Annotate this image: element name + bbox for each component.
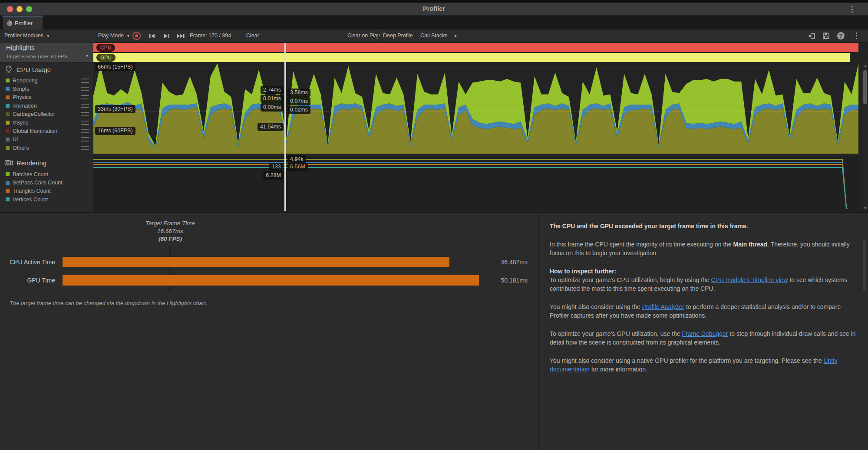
profiler-modules-dropdown[interactable]: Profiler Modules▼ [4,30,50,42]
drag-handle-icon[interactable] [81,87,89,91]
advice-paragraph-2: How to inspect further:To optimize your … [550,267,861,293]
drag-handle-icon[interactable] [81,104,89,108]
chevron-down-icon: ▼ [46,34,50,38]
details-scrollbar-thumb[interactable] [863,239,866,291]
body-text: You might also consider using the [550,303,642,310]
modules-sidebar: Highlights Target Frame Time: 60 FPS ▼ C… [0,43,93,212]
rendering-icon [4,159,13,167]
scrollbar-thumb[interactable] [863,70,867,104]
load-profile-button[interactable] [805,31,818,41]
cpu-usage-legend: RenderingScriptsPhysicsAnimationGarbageC… [0,76,93,152]
call-stacks-dropdown[interactable]: Call Stacks▼ [420,30,457,42]
drag-handle-icon[interactable] [81,79,89,83]
link-profile-analyzer[interactable]: Profile Analyzer [642,303,684,310]
cpu-legend-item-scripts[interactable]: Scripts [0,85,93,93]
bold-text: Main thread [733,241,768,248]
cpu-usage-chart[interactable] [93,62,858,155]
legend-label: Global Illumination [13,128,81,134]
setpass-calls-value: 133 [269,163,284,171]
gridline-label-16ms: 16ms (60FPS) [95,127,135,135]
frame-total-time: 41.54ms [257,123,284,131]
skip-forward-icon [176,33,185,39]
last-frame-button[interactable] [175,31,187,41]
tab-label: Profiler [15,20,33,26]
window-kebab-menu-icon[interactable] [850,5,854,14]
cpu-highlight-bar[interactable]: CPU [93,43,858,52]
cpu-legend-item-garbagecollector[interactable]: GarbageCollector [0,110,93,118]
frame-value-rendering-left: 2.74ms [261,86,284,94]
rendering-legend-item-vertices-count[interactable]: Vertices Count [0,195,93,204]
tab-strip: Profiler [0,16,868,30]
selected-frame-playhead[interactable] [284,43,286,211]
window-title: Profiler [0,3,868,15]
scroll-up-icon[interactable]: ▲ [862,64,868,68]
drag-handle-icon[interactable] [81,95,89,99]
profiler-window: Profiler Profiler Profiler Modules▼ Play… [0,0,868,450]
deep-profile-toggle[interactable]: Deep Profile [383,30,413,42]
cpu-legend-item-vsync[interactable]: VSync [0,118,93,127]
drag-handle-icon[interactable] [81,121,89,125]
cpu-legend-item-animation[interactable]: Animation [0,102,93,110]
frame-value-others-left: 0.00ms [261,103,284,112]
save-icon [823,33,829,39]
legend-color-swatch [6,138,10,141]
body-text: In this frame the CPU spent the majority… [550,241,733,248]
gridline-16ms [93,133,858,133]
rendering-counts-chart[interactable] [93,156,858,211]
save-profile-button[interactable] [820,31,832,41]
next-frame-button[interactable] [161,31,173,41]
legend-color-swatch [6,146,10,150]
link-frame-debugger[interactable]: Frame Debugger [682,330,728,337]
legend-color-swatch [6,104,10,108]
clear-button[interactable]: Clear [246,30,259,42]
clear-on-play-toggle[interactable]: Clear on Play [347,30,380,42]
help-icon: ? [837,32,845,39]
sidebar-item-cpu-usage[interactable]: CPU CPU Usage [4,65,51,74]
cpu-legend-item-rendering[interactable]: Rendering [0,76,93,85]
cpu-legend-item-physics[interactable]: Physics [0,93,93,102]
toolbar-separator [462,31,462,40]
rendering-legend-item-setpass-calls-count[interactable]: SetPass Calls Count [0,178,93,187]
first-frame-button[interactable] [146,31,158,41]
legend-color-swatch [6,112,10,116]
sidebar-item-highlights[interactable]: Highlights Target Frame Time: 60 FPS ▼ [0,43,93,62]
cpu-legend-item-global-illumination[interactable]: Global Illumination [0,127,93,135]
toolbar: Profiler Modules▼ Play Mode▼ [0,30,868,43]
advice-heading: The CPU and the GPU exceeded your target… [550,222,861,230]
rendering-legend-item-triangles-count[interactable]: Triangles Count [0,187,93,195]
drag-handle-icon[interactable] [81,129,89,133]
drag-handle-icon[interactable] [81,146,89,150]
frame-advice-text: The CPU and the GPU exceeded your target… [550,222,861,383]
scroll-down-icon[interactable]: ▼ [862,206,868,210]
body-text: You might also consider using a native G… [550,357,824,364]
charts-vertical-scrollbar[interactable]: ▲ ▼ [862,62,868,211]
cpu-bar-badge: CPU [96,44,115,52]
legend-label: Others [13,145,81,151]
legend-color-swatch [6,79,10,82]
legend-label: Triangles Count [13,188,93,194]
toolbar-kebab-menu[interactable] [850,31,862,41]
sidebar-item-rendering[interactable]: Rendering [4,159,46,167]
target-frame-time-fps: (60 FPS) [127,235,214,243]
frame-value-scripts-right: 0.07ms [287,97,310,105]
charts-area[interactable]: CPU GPU 66ms (15FPS) 33ms (30FPS) 16ms (… [93,43,862,212]
cpu-legend-item-ui[interactable]: UI [0,135,93,144]
toolbar-separator [416,31,416,40]
record-button[interactable] [130,31,142,41]
target-frame-time-dropdown[interactable]: Target Frame Time: 60 FPS [6,54,67,59]
body-text: To optimize your game's GPU utilization,… [550,330,682,337]
legend-label: Animation [13,103,81,109]
drag-handle-icon[interactable] [81,112,89,116]
link-cpu-module-s-timeline-view[interactable]: CPU module's Timeline view [711,276,788,283]
target-frame-time-value: 16.667ms [127,227,214,235]
drag-handle-icon[interactable] [81,137,89,141]
help-button[interactable]: ? [835,31,847,41]
gpu-highlight-bar[interactable]: GPU [93,53,850,62]
gridline-33ms [93,111,858,112]
rendering-legend-item-batches-count[interactable]: Batches Count [0,170,93,178]
target-frame-time-label: Target Frame Time [127,220,214,227]
cpu-legend-item-others[interactable]: Others [0,144,93,152]
chevron-down-icon: ▼ [126,34,130,38]
tab-profiler[interactable]: Profiler [3,16,43,30]
play-mode-dropdown[interactable]: Play Mode▼ [98,30,130,42]
